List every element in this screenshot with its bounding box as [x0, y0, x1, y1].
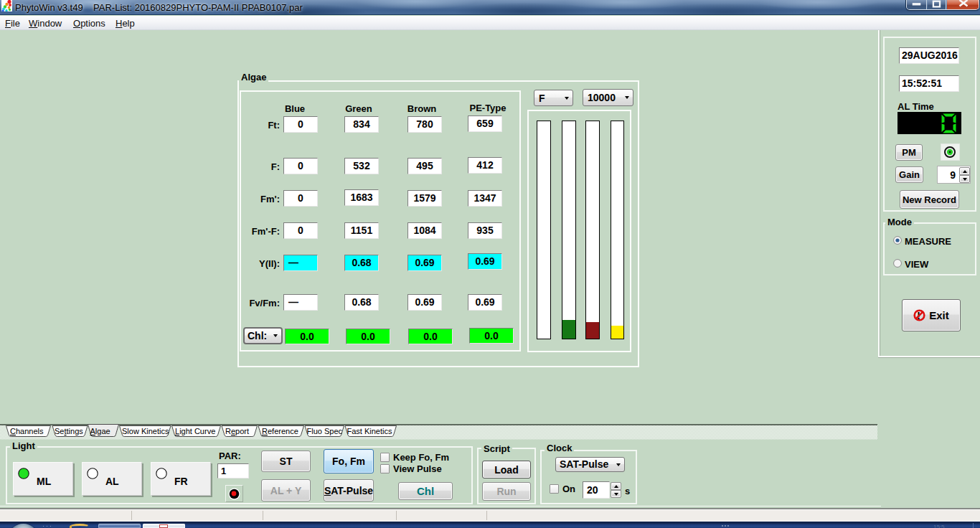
svg-text:Light Curve: Light Curve — [175, 427, 215, 435]
svg-text:Fluo Spec: Fluo Spec — [307, 427, 343, 435]
svg-text:Reference: Reference — [262, 427, 298, 435]
svg-text:Algae: Algae — [90, 427, 110, 435]
svg-text:Slow Kinetics: Slow Kinetics — [122, 427, 169, 435]
svg-text:Channels: Channels — [10, 427, 44, 435]
svg-text:Report: Report — [225, 427, 249, 435]
svg-text:Fast Kinetics: Fast Kinetics — [347, 427, 392, 435]
svg-text:Settings: Settings — [55, 427, 83, 435]
